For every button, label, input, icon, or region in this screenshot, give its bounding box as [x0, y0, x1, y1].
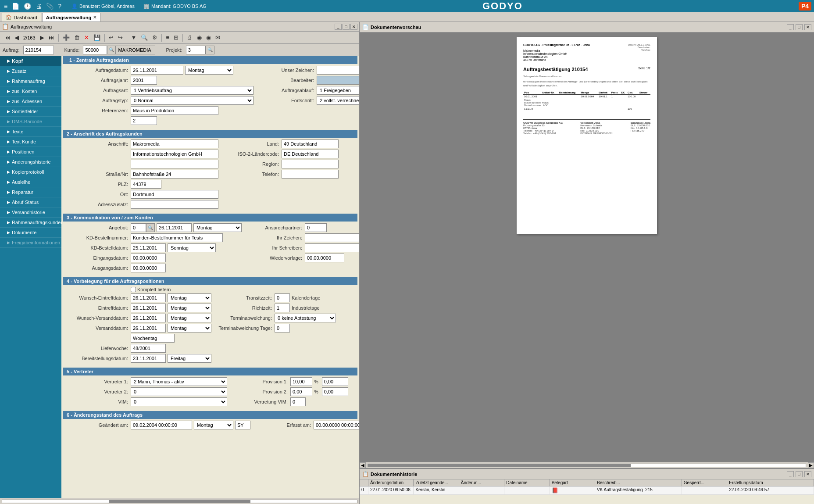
- richtzeit-input[interactable]: [275, 304, 290, 312]
- filter-btn[interactable]: ▼: [129, 33, 139, 42]
- anschrift-input[interactable]: [131, 139, 218, 148]
- section-3-header[interactable]: 3 - Kommunikation von / zum Kunden: [63, 214, 357, 222]
- search-btn[interactable]: 🔍: [139, 33, 150, 42]
- bearbeiter-input[interactable]: [317, 76, 359, 85]
- attachment-icon[interactable]: 📎: [45, 2, 55, 11]
- anschrift3-input[interactable]: [131, 160, 218, 168]
- doc-history-maximize-btn[interactable]: □: [796, 471, 803, 477]
- wiedervorlage-input[interactable]: [305, 254, 344, 262]
- extra-btn-2[interactable]: ◉: [204, 33, 213, 42]
- left-close-btn[interactable]: ✕: [350, 24, 357, 30]
- kd-bestelldatum-input[interactable]: [131, 243, 166, 252]
- sidebar-item-texte[interactable]: ▶ Texte: [0, 127, 61, 137]
- wunsch-versanddatum-input[interactable]: [131, 314, 166, 322]
- print-doc-btn[interactable]: 🖨: [185, 33, 194, 42]
- unser-zeichen-input[interactable]: [317, 66, 359, 75]
- left-minimize-btn[interactable]: _: [335, 24, 342, 30]
- history-col-gesperrt[interactable]: Gesperrt...: [682, 479, 727, 486]
- kunde-number-input[interactable]: [83, 46, 107, 54]
- section-6-header[interactable]: 6 - Änderungsstand des Auftrags: [63, 411, 357, 419]
- projekt-input[interactable]: [186, 46, 206, 54]
- scroll-right-btn[interactable]: ▶: [808, 462, 814, 468]
- nav-prev-btn[interactable]: ◀: [13, 33, 21, 42]
- history-col-beschreibung[interactable]: Beschreib...: [595, 479, 682, 486]
- wunsch-eintreffdatum-input[interactable]: [131, 293, 166, 302]
- doc-scroll-track[interactable]: [368, 464, 806, 467]
- extra-btn-1[interactable]: ◉: [195, 33, 204, 42]
- provision1-amount-input[interactable]: [322, 377, 348, 386]
- eingangsdatum-input[interactable]: [131, 254, 166, 262]
- sidebar-item-reparatur[interactable]: ▶ Reparatur: [0, 187, 61, 197]
- strasse-input[interactable]: [131, 170, 218, 179]
- provision1-input[interactable]: [290, 377, 312, 386]
- save-btn[interactable]: 💾: [92, 33, 102, 42]
- sidebar-item-ausleihe[interactable]: ▶ Ausleihe: [0, 177, 61, 187]
- doc-history-minimize-btn[interactable]: _: [787, 471, 794, 477]
- kunde-search-btn[interactable]: 🔍: [107, 46, 116, 54]
- history-col-dateiname[interactable]: Dateiname: [504, 479, 550, 486]
- tab-close-icon[interactable]: ✕: [93, 15, 96, 20]
- transitzzeit-input[interactable]: [275, 293, 290, 302]
- sidebar-item-versandhistorie[interactable]: ▶ Versandhistorie: [0, 207, 61, 218]
- sidebar-item-dokumente[interactable]: ▶ Dokumente: [0, 228, 61, 238]
- sidebar-item-rahmenauftragskunden[interactable]: ▶ Rahmenauftragskunden: [0, 218, 61, 228]
- redo-btn[interactable]: ↪: [116, 33, 125, 42]
- geaendert-day-select[interactable]: Montag: [194, 421, 233, 429]
- tab-auftragsverwaltung[interactable]: Auftragsverwaltung ✕: [42, 13, 100, 21]
- new-btn[interactable]: ➕: [61, 33, 71, 42]
- geaendert-input[interactable]: [131, 421, 192, 429]
- left-bottom-scrollbar[interactable]: [0, 498, 359, 504]
- bereitstellungsdatum-day[interactable]: Freitag: [168, 354, 211, 363]
- sidebar-item-abruf-status[interactable]: ▶ Abruf-Status: [0, 197, 61, 207]
- auftragsdatum-input[interactable]: [131, 66, 183, 75]
- list-btn[interactable]: ≡: [164, 33, 171, 42]
- auftrag-input[interactable]: [23, 46, 54, 54]
- nav-last-btn[interactable]: ⏭: [47, 33, 56, 42]
- kd-bestelldatum-day-select[interactable]: Sonntag: [168, 243, 216, 252]
- scroll-left-btn[interactable]: ◀: [360, 462, 366, 468]
- wunsch-eintreffdatum-day[interactable]: Montag: [168, 293, 211, 302]
- sidebar-item-text-kunde[interactable]: ▶ Text Kunde: [0, 137, 61, 147]
- tab-dashboard[interactable]: 🏠 Dashboard: [2, 13, 41, 21]
- ihr-zeichen-input[interactable]: [305, 233, 359, 242]
- history-col-belegart[interactable]: Belegart: [550, 479, 595, 486]
- history-col-aenderungsdatum[interactable]: Änderungsdatum: [368, 479, 414, 486]
- region-input[interactable]: [282, 160, 339, 168]
- sidebar-item-zus-kosten[interactable]: ▶ zus. Kosten: [0, 86, 61, 97]
- left-maximize-btn[interactable]: □: [343, 24, 350, 30]
- ansprechpartner-input[interactable]: [305, 223, 327, 232]
- anschrift2-input[interactable]: [131, 150, 218, 158]
- doc-history-close-btn[interactable]: ✕: [804, 471, 811, 477]
- clock-icon[interactable]: 🕐: [22, 2, 32, 11]
- eintreffdatum-input[interactable]: [131, 304, 166, 312]
- vim-select[interactable]: 0: [131, 397, 227, 406]
- auftragstyp-select[interactable]: 0 Normal: [131, 96, 253, 105]
- sidebar-item-sortierfelder[interactable]: ▶ Sortierfelder: [0, 107, 61, 117]
- delete-btn[interactable]: 🗑: [72, 33, 82, 42]
- history-col-zuletzt[interactable]: Zuletzt geände...: [414, 479, 459, 486]
- adresszusatz-input[interactable]: [131, 200, 218, 209]
- sidebar-item-zusatz[interactable]: ▶ Zusatz: [0, 66, 61, 76]
- wunsch-versanddatum-day[interactable]: Montag: [168, 314, 211, 322]
- section-1-header[interactable]: 1 - Zentrale Auftragsdaten: [63, 56, 357, 64]
- komplett-checkbox-label[interactable]: Komplett liefern: [131, 287, 171, 292]
- auftragsdatum-day-select[interactable]: Montag: [185, 66, 233, 75]
- ihr-schreiben-input[interactable]: [305, 243, 359, 252]
- sidebar-item-rahmenauftrag[interactable]: ▶ Rahmenauftrag: [0, 76, 61, 86]
- eintreffdatum-day[interactable]: Montag: [168, 304, 211, 312]
- history-col-aenderun[interactable]: Änderun...: [459, 479, 504, 486]
- print-icon[interactable]: 🖨: [34, 2, 43, 11]
- cols-btn[interactable]: ⊞: [172, 33, 180, 42]
- history-col-erstellungsdatum[interactable]: Erstellungsdatum: [727, 479, 814, 486]
- nav-first-btn[interactable]: ⏮: [3, 33, 12, 42]
- angebot-day-select[interactable]: Montag: [193, 223, 242, 232]
- komplett-checkbox[interactable]: [131, 287, 136, 292]
- bereitstellungsdatum-input[interactable]: [131, 354, 166, 363]
- iso-input[interactable]: [282, 150, 339, 158]
- projekt-search-btn[interactable]: 🔍: [206, 46, 214, 54]
- plz-input[interactable]: [131, 180, 161, 189]
- angebot-date-input[interactable]: [157, 223, 192, 232]
- kd-bestellnummer-input[interactable]: [131, 233, 223, 242]
- vertretung-vim-input[interactable]: [290, 397, 306, 406]
- cancel-btn[interactable]: ✕: [82, 33, 91, 42]
